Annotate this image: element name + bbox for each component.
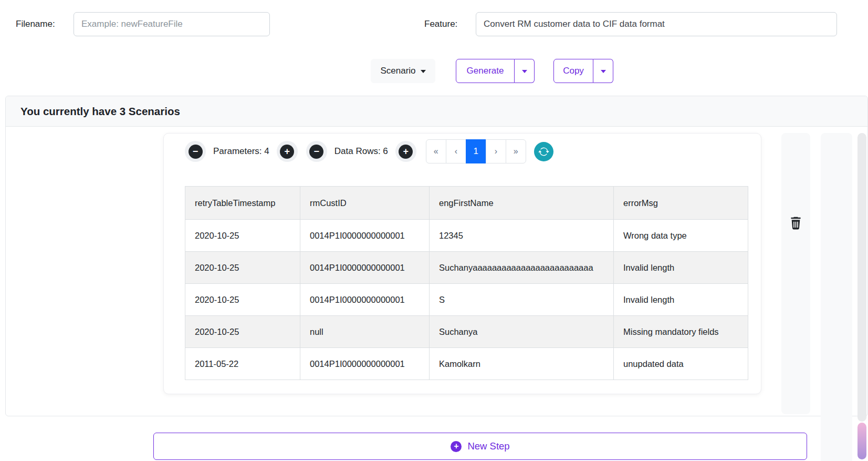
plus-circle-icon: +: [399, 145, 413, 159]
table-row: 2011-05-22 0014P1I0000000000001 Kamolkar…: [185, 348, 748, 380]
generate-button[interactable]: Generate: [456, 59, 515, 83]
generate-split-button: Generate: [456, 59, 535, 83]
delete-step-column: [781, 133, 810, 414]
column-header[interactable]: rmCustID: [300, 187, 430, 220]
table-header-row: retryTableTimestamp rmCustID engFirstNam…: [185, 187, 748, 220]
pagination-page-1-button[interactable]: 1: [466, 139, 486, 163]
table-cell[interactable]: 2020-10-25: [185, 220, 300, 252]
minus-circle-icon: −: [189, 145, 203, 159]
generate-dropdown-toggle[interactable]: [515, 59, 535, 83]
table-cell[interactable]: Kamolkarn: [430, 348, 614, 380]
table-row: 2020-10-25 0014P1I0000000000001 Suchanya…: [185, 252, 748, 284]
scrollbar-thumb[interactable]: [857, 423, 866, 459]
page: Filename: Feature: Scenario Generate Cop…: [0, 0, 868, 461]
feature-input[interactable]: [476, 12, 837, 36]
column-header[interactable]: retryTableTimestamp: [185, 187, 300, 220]
table-cell[interactable]: Invalid length: [614, 284, 748, 316]
examples-table: retryTableTimestamp rmCustID engFirstNam…: [185, 186, 748, 380]
plus-circle-icon: +: [280, 145, 294, 159]
pagination-next-button[interactable]: ›: [486, 139, 506, 163]
new-step-button[interactable]: + New Step: [153, 433, 807, 460]
new-step-label: New Step: [467, 440, 509, 452]
copy-split-button: Copy: [553, 59, 613, 83]
feature-label: Feature:: [424, 19, 457, 29]
table-cell[interactable]: 0014P1I0000000000001: [300, 220, 430, 252]
column-header[interactable]: engFirstName: [430, 187, 614, 220]
pagination-last-button[interactable]: »: [506, 139, 526, 163]
scenarios-count-title: You currently have 3 Scenarios: [20, 105, 180, 118]
scenarios-card-header: You currently have 3 Scenarios: [6, 96, 867, 127]
table-cell[interactable]: S: [430, 284, 614, 316]
chevron-down-icon: [421, 70, 426, 73]
table-row: 2020-10-25 0014P1I0000000000001 12345 Wr…: [185, 220, 748, 252]
chevron-down-icon: [601, 70, 606, 73]
scenario-side-strip: [821, 133, 852, 461]
table-cell[interactable]: 0014P1I0000000000001: [300, 284, 430, 316]
scrollbar-track[interactable]: [857, 133, 866, 422]
table-cell[interactable]: 12345: [430, 220, 614, 252]
table-cell[interactable]: Suchanyaaaaaaaaaaaaaaaaaaaaaaaaa: [430, 252, 614, 284]
table-cell[interactable]: Invalid length: [614, 252, 748, 284]
plus-circle-icon: +: [451, 441, 462, 452]
pagination-first-button[interactable]: «: [426, 139, 446, 163]
delete-step-button[interactable]: [781, 216, 810, 230]
column-header[interactable]: errorMsg: [614, 187, 748, 220]
filename-label: Filename:: [16, 19, 55, 29]
trash-icon: [789, 216, 802, 230]
data-rows-decrement-button[interactable]: −: [306, 141, 327, 162]
table-row: 2020-10-25 0014P1I0000000000001 S Invali…: [185, 284, 748, 316]
table-cell[interactable]: Suchanya: [430, 316, 614, 348]
chevron-down-icon: [522, 70, 527, 73]
parameters-increment-button[interactable]: +: [277, 141, 298, 162]
table-cell[interactable]: Missing mandatory fields: [614, 316, 748, 348]
table-cell[interactable]: Wrong data type: [614, 220, 748, 252]
data-rows-increment-button[interactable]: +: [395, 141, 416, 162]
parameters-count-label: Parameters: 4: [213, 146, 269, 157]
table-cell[interactable]: 0014P1I0000000000001: [300, 252, 430, 284]
table-cell[interactable]: 0014P1I0000000000001: [300, 348, 430, 380]
data-rows-count-label: Data Rows: 6: [334, 146, 388, 157]
scenario-dropdown-label: Scenario: [380, 66, 415, 76]
table-cell[interactable]: null: [300, 316, 430, 348]
step-card: − Parameters: 4 + − Data Rows: 6 + « ‹ 1…: [163, 133, 761, 394]
table-row: 2020-10-25 null Suchanya Missing mandato…: [185, 316, 748, 348]
step-controls: − Parameters: 4 + − Data Rows: 6 + « ‹ 1…: [185, 139, 553, 163]
scenario-dropdown-button[interactable]: Scenario: [371, 59, 435, 83]
copy-button[interactable]: Copy: [553, 59, 593, 83]
pagination: « ‹ 1 › »: [426, 139, 526, 163]
copy-dropdown-toggle[interactable]: [593, 59, 613, 83]
table-cell[interactable]: 2020-10-25: [185, 284, 300, 316]
filename-input[interactable]: [74, 12, 270, 36]
parameters-decrement-button[interactable]: −: [185, 141, 206, 162]
minus-circle-icon: −: [309, 145, 323, 159]
refresh-icon: [538, 146, 549, 157]
pagination-prev-button[interactable]: ‹: [446, 139, 466, 163]
table-cell[interactable]: 2020-10-25: [185, 252, 300, 284]
refresh-button[interactable]: [534, 142, 553, 161]
table-cell[interactable]: unupdated data: [614, 348, 748, 380]
table-cell[interactable]: 2011-05-22: [185, 348, 300, 380]
table-cell[interactable]: 2020-10-25: [185, 316, 300, 348]
